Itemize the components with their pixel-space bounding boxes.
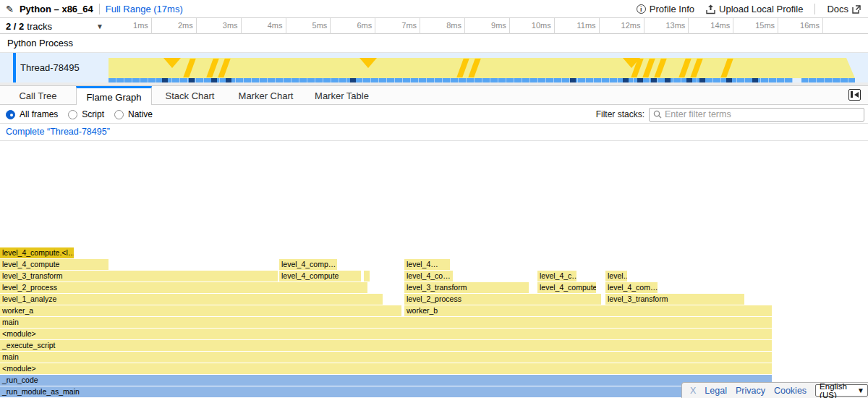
ruler-tick: 10ms — [510, 18, 555, 34]
language-select[interactable]: English (US) ▼ — [815, 384, 868, 397]
selected-track-accent — [13, 53, 16, 82]
filter-search-input[interactable] — [665, 109, 860, 119]
tracks-dropdown-button[interactable]: ▼ — [96, 18, 103, 34]
flame-frame[interactable]: level_4_compute — [537, 282, 597, 293]
slash-marker[interactable] — [678, 59, 691, 77]
tab-marker-chart[interactable]: Marker Chart — [228, 86, 304, 105]
filter-search-box — [649, 108, 864, 122]
flame-frame[interactable]: <module> — [0, 363, 773, 374]
ruler-tick: 8ms — [420, 18, 465, 34]
sidebar-icon — [851, 91, 853, 98]
ruler-tick: 1ms — [107, 18, 152, 34]
flame-frame[interactable]: level_4_co… — [404, 271, 454, 281]
flame-frame[interactable]: level_4_com… — [605, 282, 658, 293]
ruler-tick: 3ms — [197, 18, 242, 34]
slash-marker[interactable] — [690, 59, 702, 77]
footer-legal-link[interactable]: Legal — [705, 386, 727, 396]
flame-frame[interactable]: main — [0, 352, 773, 363]
process-track-label: Python Process — [7, 38, 73, 48]
flame-frame[interactable]: level_4_compute — [0, 259, 109, 270]
ruler-tick: 9ms — [465, 18, 510, 34]
process-track-row[interactable]: Python Process — [0, 34, 868, 53]
info-icon: i — [637, 4, 646, 14]
flame-frame[interactable]: _execute_script — [0, 340, 773, 351]
flame-frame[interactable]: level_2_process — [0, 282, 368, 293]
flame-frame[interactable]: level_4_comp… — [279, 259, 338, 270]
ruler-tick: 11ms — [555, 18, 600, 34]
slash-marker[interactable] — [720, 59, 733, 77]
footer-cookies-link[interactable]: Cookies — [774, 386, 807, 396]
panel-tabbar: Call TreeFlame GraphStack ChartMarker Ch… — [0, 86, 868, 105]
triangle-marker[interactable] — [163, 58, 181, 68]
slash-marker[interactable] — [654, 59, 666, 77]
flame-frame[interactable]: level_4_compute — [279, 271, 362, 281]
upload-icon — [706, 4, 715, 14]
profile-info-button[interactable]: i Profile Info — [637, 4, 694, 14]
flame-frame[interactable]: level_2_process — [404, 294, 602, 305]
flame-frame[interactable]: worker_b — [404, 305, 773, 316]
flame-frame[interactable]: level_1_analyze — [0, 294, 383, 305]
sidebar-arrow-icon — [854, 92, 859, 98]
footer-close-link[interactable]: X — [690, 386, 696, 396]
ruler-tick: 13ms — [644, 18, 689, 34]
footer-privacy-link[interactable]: Privacy — [736, 386, 765, 396]
slash-marker[interactable] — [456, 59, 469, 77]
upload-profile-button[interactable]: Upload Local Profile — [706, 4, 803, 14]
radio-native[interactable]: Native — [114, 109, 153, 119]
footer-bar: X Legal Privacy Cookies English (US) ▼ — [681, 382, 868, 398]
ruler-tick: 6ms — [331, 18, 375, 34]
flame-frame[interactable]: level_4_compute.<l… — [0, 247, 75, 258]
full-range-button[interactable]: Full Range (17ms) — [106, 4, 183, 14]
radio-all-frames[interactable]: All frames — [6, 109, 58, 119]
radio-script[interactable]: Script — [68, 109, 104, 119]
thread-track-label: Thread-78495 — [20, 62, 80, 73]
slash-marker[interactable] — [642, 59, 655, 77]
edit-profile-name-icon[interactable]: ✎ — [6, 4, 14, 14]
timeline-ruler-row: 2 / 2 tracks ▼ 1ms2ms3ms4ms5ms6ms7ms8ms9… — [0, 18, 868, 34]
breadcrumb-row: Complete “Thread-78495” — [0, 124, 868, 141]
ruler-tick: 5ms — [286, 18, 331, 34]
flame-frame[interactable]: _run_code — [0, 375, 773, 386]
flame-frame[interactable]: main — [0, 317, 773, 328]
flame-frame[interactable]: level_3_transform — [605, 294, 745, 305]
ruler-tick: 4ms — [242, 18, 286, 34]
thread-track-row[interactable]: Thread-78495 — [0, 53, 868, 82]
search-icon — [653, 110, 662, 119]
slash-marker[interactable] — [183, 59, 195, 77]
chevron-down-icon: ▼ — [857, 386, 864, 394]
time-ruler: 1ms2ms3ms4ms5ms6ms7ms8ms9ms10ms11ms12ms1… — [107, 18, 823, 34]
app-header: ✎ Python – x86_64 Full Range (17ms) i Pr… — [0, 0, 868, 18]
flame-frame[interactable]: level_3_transform — [0, 271, 278, 281]
tab-flame-graph[interactable]: Flame Graph — [76, 86, 152, 106]
ruler-tick: 12ms — [600, 18, 644, 34]
docs-button[interactable]: Docs — [827, 4, 861, 14]
tab-call-tree[interactable]: Call Tree — [0, 86, 76, 105]
slash-marker[interactable] — [218, 59, 230, 77]
flame-frame[interactable]: <module> — [0, 329, 773, 339]
flame-frame[interactable]: level_4… — [404, 259, 451, 270]
flame-graph[interactable]: level_4_compute.<l…level_4_computelevel_… — [0, 141, 868, 398]
flame-frame[interactable]: worker_a — [0, 305, 402, 316]
thread-activity-graph[interactable] — [109, 58, 855, 78]
flame-frame[interactable]: _run_module_as_main — [0, 386, 773, 397]
tab-marker-table[interactable]: Marker Table — [304, 86, 380, 105]
flame-frame[interactable] — [364, 271, 370, 281]
tab-stack-chart[interactable]: Stack Chart — [152, 86, 228, 105]
divider — [814, 4, 815, 14]
external-link-icon — [852, 5, 861, 14]
ruler-tick: 2ms — [152, 18, 197, 34]
flame-frame[interactable]: level_3_transform — [404, 282, 529, 293]
frame-filter-row: All frames Script Native Filter stacks: — [0, 105, 868, 124]
radio-icon — [68, 110, 77, 119]
breadcrumb[interactable]: Complete “Thread-78495” — [6, 127, 110, 137]
open-sidebar-button[interactable] — [848, 89, 861, 101]
tracks-count: 2 / 2 tracks — [6, 18, 52, 34]
slash-marker[interactable] — [206, 59, 218, 77]
flame-frame[interactable]: level… — [605, 271, 628, 281]
flame-frame[interactable]: level_4_c… — [537, 271, 577, 281]
ruler-tick: 7ms — [375, 18, 420, 34]
profile-title: Python – x86_64 — [20, 4, 93, 14]
slash-marker[interactable] — [468, 59, 480, 77]
triangle-marker[interactable] — [359, 58, 377, 68]
ruler-tick: 16ms — [778, 18, 823, 34]
